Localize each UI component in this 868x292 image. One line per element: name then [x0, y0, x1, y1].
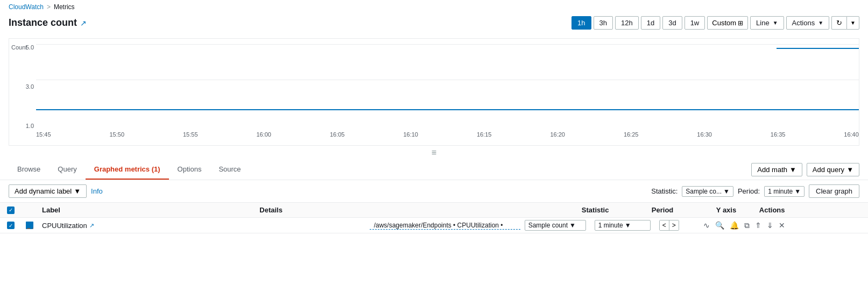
period-value: 1 minute: [768, 188, 793, 195]
row-statistic-value: Sample count: [528, 222, 568, 229]
statistic-caret: ▼: [723, 188, 730, 195]
yaxis-left-btn[interactable]: <: [660, 220, 669, 230]
action-search-icon[interactable]: 🔍: [714, 220, 725, 230]
tab-graphed-metrics[interactable]: Graphed metrics (1): [86, 160, 169, 180]
row-checkbox[interactable]: ✓: [7, 222, 15, 229]
toolbar-left: Add dynamic label ▼ Info: [9, 184, 103, 198]
x-tick-1550: 15:50: [109, 131, 124, 138]
add-math-button[interactable]: Add math ▼: [751, 163, 802, 176]
statistic-label: Statistic:: [651, 187, 678, 195]
chart-type-caret: ▼: [773, 20, 778, 26]
time-btn-3d[interactable]: 3d: [662, 16, 682, 30]
actions-caret: ▼: [818, 20, 823, 26]
custom-grid-icon: ⊞: [738, 19, 743, 27]
row-statistic-dropdown[interactable]: Sample count ▼: [525, 220, 586, 231]
time-btn-1d[interactable]: 1d: [641, 16, 660, 30]
x-tick-1610: 16:10: [403, 131, 418, 138]
clear-graph-button[interactable]: Clear graph: [809, 184, 859, 198]
tabs-left: Browse Query Graphed metrics (1) Options…: [9, 160, 250, 180]
time-btn-custom[interactable]: Custom ⊞: [707, 16, 748, 30]
x-tick-1615: 16:15: [477, 131, 492, 138]
statistic-value: Sample co...: [686, 188, 722, 195]
external-link-icon[interactable]: ↗: [80, 19, 87, 27]
time-btn-1h[interactable]: 1h: [571, 16, 591, 30]
add-dynamic-label-button[interactable]: Add dynamic label ▼: [9, 184, 87, 198]
chart-area: Count 5.0 3.0 1.0: [9, 38, 859, 146]
page-title: Instance count: [9, 17, 77, 29]
yaxis-nav: < >: [659, 220, 679, 231]
row-check: ✓: [0, 222, 22, 229]
x-tick-1555: 15:55: [183, 131, 198, 138]
info-link[interactable]: Info: [91, 187, 103, 195]
x-tick-1545: 15:45: [36, 131, 51, 138]
x-tick-1635: 16:35: [771, 131, 786, 138]
actions-label: Actions: [792, 19, 815, 27]
grid-line-top: [36, 44, 859, 45]
header-period: Period: [647, 206, 712, 214]
x-tick-1605: 16:05: [330, 131, 345, 138]
add-dynamic-label-caret: ▼: [74, 187, 81, 195]
row-color: [22, 222, 38, 229]
add-math-caret: ▼: [789, 166, 796, 174]
period-label: Period:: [738, 187, 760, 195]
yaxis-right-btn[interactable]: >: [669, 220, 679, 230]
x-tick-1640: 16:40: [844, 131, 859, 138]
y-tick-1: 1.0: [11, 123, 34, 129]
time-controls: 1h 3h 12h 1d 3d 1w Custom ⊞ Line ▼ Actio…: [571, 16, 859, 30]
color-swatch: [26, 222, 33, 229]
header-statistic: Statistic: [577, 206, 647, 214]
chart-type-label: Line: [756, 19, 770, 27]
action-line-icon[interactable]: ∿: [702, 220, 711, 230]
drag-handle[interactable]: ≡: [9, 146, 859, 160]
custom-label: Custom: [712, 19, 736, 27]
grid-line-mid: [36, 80, 859, 80]
tab-source[interactable]: Source: [210, 160, 249, 180]
row-period-dropdown[interactable]: 1 minute ▼: [595, 220, 651, 231]
refresh-button[interactable]: ↻: [831, 16, 846, 30]
action-move-up-icon[interactable]: ⇑: [754, 220, 763, 230]
actions-dropdown[interactable]: Actions ▼: [786, 16, 830, 30]
metric-edit-icon[interactable]: ↗: [89, 222, 94, 229]
statistic-dropdown[interactable]: Sample co... ▼: [682, 186, 733, 197]
chart-type-dropdown[interactable]: Line ▼: [750, 16, 784, 30]
header-check: ✓: [0, 206, 22, 214]
time-btn-12h[interactable]: 12h: [615, 16, 639, 30]
period-dropdown[interactable]: 1 minute ▼: [764, 186, 805, 197]
x-tick-1600: 16:00: [256, 131, 271, 138]
metric-label-text: CPUUtilization: [42, 222, 87, 230]
add-query-button[interactable]: Add query ▼: [807, 163, 859, 176]
chart-container: Count 5.0 3.0 1.0: [0, 34, 868, 160]
refresh-dropdown-arrow[interactable]: ▼: [846, 16, 859, 30]
tabs-bar: Browse Query Graphed metrics (1) Options…: [0, 160, 868, 180]
row-statistic: Sample count ▼: [520, 220, 590, 231]
metrics-toolbar: Add dynamic label ▼ Info Statistic: Samp…: [0, 180, 868, 203]
x-tick-1630: 16:30: [697, 131, 712, 138]
add-query-label: Add query: [813, 166, 844, 174]
row-details: /aws/sagemaker/Endpoints • CPUUtilizatio…: [370, 222, 520, 230]
time-btn-1w[interactable]: 1w: [684, 16, 705, 30]
breadcrumb-current: Metrics: [54, 3, 75, 11]
add-query-caret: ▼: [846, 166, 853, 174]
time-btn-3h[interactable]: 3h: [594, 16, 613, 30]
header-details: Details: [255, 206, 577, 214]
action-move-down-icon[interactable]: ⇓: [766, 220, 774, 230]
metrics-table: ✓ Label Details Statistic Period Y axis …: [0, 203, 868, 233]
breadcrumb-cloudwatch[interactable]: CloudWatch: [9, 3, 44, 11]
row-period-value: 1 minute: [598, 222, 623, 229]
chart-line-right: [777, 48, 859, 49]
y-tick-3: 3.0: [11, 83, 34, 90]
action-copy-icon[interactable]: ⧉: [743, 220, 751, 231]
breadcrumb: CloudWatch > Metrics: [0, 0, 868, 14]
header-yaxis: Y axis: [712, 206, 755, 214]
select-all-checkbox[interactable]: ✓: [7, 206, 15, 214]
action-delete-icon[interactable]: ✕: [778, 220, 786, 230]
tab-options[interactable]: Options: [169, 160, 210, 180]
y-tick-5: 5.0: [11, 44, 34, 51]
x-tick-1620: 16:20: [550, 131, 565, 138]
period-caret: ▼: [794, 188, 801, 195]
tab-query[interactable]: Query: [49, 160, 85, 180]
action-alarm-icon[interactable]: 🔔: [729, 220, 740, 230]
tab-browse[interactable]: Browse: [9, 160, 49, 180]
y-axis: 5.0 3.0 1.0: [9, 39, 36, 129]
header-label: Label: [38, 206, 255, 214]
